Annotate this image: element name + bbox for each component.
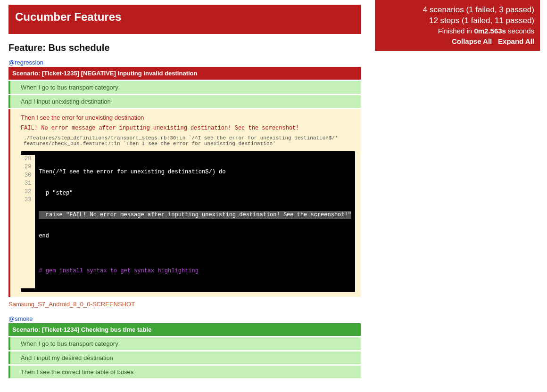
- report-title: Cucumber Features: [15, 10, 354, 24]
- line-number: 31: [25, 180, 31, 188]
- summary-actions: Collapse All Expand All: [381, 37, 534, 46]
- code-line: p "step": [39, 189, 351, 197]
- code-line-highlight: raise "FAIL! No error message after inpu…: [39, 211, 351, 219]
- feature-block: Feature: Bus schedule @regression Scenar…: [8, 42, 361, 378]
- stack-trace: ./features/step_definitions/transport_st…: [21, 135, 355, 147]
- summary-steps: 12 steps (1 failed, 11 passed): [381, 16, 534, 26]
- step-passed: When I go to bus transport category: [8, 337, 361, 350]
- failed-step-name: Then I see the error for unexisting dest…: [21, 114, 355, 121]
- summary-sidebar: 4 scenarios (1 failed, 3 passed) 12 step…: [375, 0, 540, 392]
- code-line: end: [39, 232, 351, 240]
- code-comment: # gem install syntax to get syntax highl…: [39, 267, 351, 275]
- expand-all-link[interactable]: Expand All: [498, 37, 534, 45]
- scenario-header-failed[interactable]: Scenario: [Ticket-1235] [NEGATIVE] Input…: [8, 67, 361, 80]
- timing-value: 0m2.563s: [474, 27, 506, 35]
- failed-step-block: Then I see the error for unexisting dest…: [8, 109, 361, 297]
- code-snippet: 28 29 30 31 32 33 Then(/^I see the error…: [21, 151, 355, 292]
- step-passed: And I input my desired destination: [8, 351, 361, 364]
- screenshot-link[interactable]: Samsung_S7_Android_8_0_0-SCREENSHOT: [8, 301, 361, 308]
- step-passed: When I go to bus transport category: [8, 81, 361, 94]
- line-number: 30: [25, 172, 31, 180]
- trace-line: ./features/step_definitions/transport_st…: [24, 135, 338, 141]
- collapse-all-link[interactable]: Collapse All: [452, 37, 492, 45]
- code-line: Then(/^I see the error for unexisting de…: [39, 168, 351, 176]
- code-lines: Then(/^I see the error for unexisting de…: [35, 155, 355, 288]
- code-gutter: 28 29 30 31 32 33: [21, 155, 35, 288]
- line-number: 33: [25, 196, 31, 204]
- timing-prefix: Finished in: [438, 27, 474, 35]
- line-number: 28: [25, 155, 31, 163]
- failed-message: FAIL! No error message after inputting u…: [21, 125, 355, 131]
- summary-scenarios: 4 scenarios (1 failed, 3 passed): [381, 5, 534, 16]
- scenario-tag[interactable]: @smoke: [8, 315, 361, 322]
- step-passed: And I input unexisting destination: [8, 95, 361, 108]
- feature-title: Feature: Bus schedule: [8, 42, 361, 53]
- timing-suffix: seconds: [506, 27, 534, 35]
- scenario-tag[interactable]: @regression: [8, 59, 361, 66]
- summary-box: 4 scenarios (1 failed, 3 passed) 12 step…: [375, 0, 540, 51]
- trace-line: features/check_bus.feature:7:in `Then I …: [24, 141, 276, 147]
- line-number: 29: [25, 163, 31, 171]
- main-content: Cucumber Features Feature: Bus schedule …: [0, 0, 361, 392]
- step-passed: Then I see the correct time table of bus…: [8, 366, 361, 378]
- report-header: Cucumber Features: [8, 5, 361, 34]
- scenario-header-passed[interactable]: Scenario: [Ticket-1234] Checking bus tim…: [8, 323, 361, 336]
- line-number: 32: [25, 188, 31, 196]
- summary-timing: Finished in 0m2.563s seconds: [381, 26, 534, 36]
